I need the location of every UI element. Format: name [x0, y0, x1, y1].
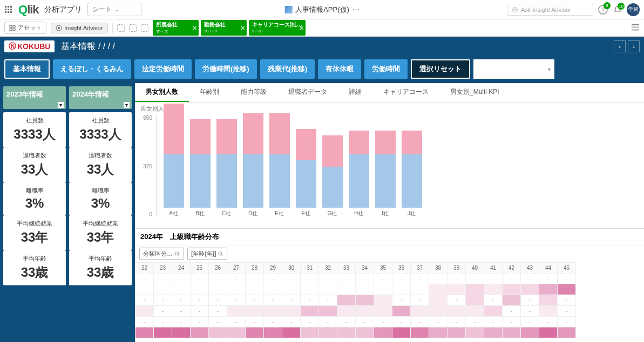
heatmap-cell[interactable] [172, 327, 191, 338]
selection-back-icon[interactable] [129, 24, 137, 32]
heatmap-cell[interactable]: - [264, 295, 282, 306]
selections-tool-icon[interactable] [631, 23, 640, 33]
heatmap-cell[interactable] [539, 295, 558, 306]
heatmap-cell[interactable]: - [319, 273, 337, 284]
heatmap-cell[interactable] [301, 327, 319, 338]
prev-sheet-button[interactable]: ‹ [614, 40, 626, 52]
heatmap-cell[interactable]: - [374, 273, 392, 284]
heatmap-cell[interactable] [539, 284, 558, 295]
close-icon[interactable]: ✕ [192, 24, 197, 31]
heatmap-cell[interactable]: - [191, 273, 209, 284]
heatmap-cell[interactable] [282, 327, 301, 338]
heatmap-cell[interactable]: - [521, 317, 539, 327]
filter-chip-category[interactable]: 分類区分… [139, 248, 184, 260]
heatmap-cell[interactable] [521, 284, 539, 295]
heatmap-cell[interactable] [337, 295, 356, 306]
heatmap-cell[interactable]: - [392, 317, 411, 327]
heatmap-cell[interactable]: - [319, 284, 337, 295]
heatmap-cell[interactable]: - [154, 295, 172, 306]
kpi-card[interactable]: 離職率3% [69, 182, 132, 215]
heatmap-cell[interactable]: - [227, 295, 246, 306]
tab-6[interactable]: 男女別_Multi KPI [439, 83, 510, 102]
heatmap-cell[interactable]: - [411, 317, 429, 327]
heatmap-cell[interactable]: - [227, 284, 246, 295]
nav-button-4[interactable]: 残業代(推移) [260, 59, 315, 79]
heatmap-cell[interactable]: - [172, 306, 191, 317]
heatmap-cell[interactable]: - [135, 273, 154, 284]
heatmap-cell[interactable]: - [154, 284, 172, 295]
heatmap-cell[interactable]: - [172, 273, 191, 284]
heatmap-cell[interactable]: - [503, 273, 521, 284]
heatmap-cell[interactable] [374, 327, 392, 338]
kpi-card[interactable]: 社員数3333人 [3, 112, 66, 147]
heatmap-cell[interactable]: - [191, 317, 209, 327]
bar-column[interactable]: C社 [214, 119, 239, 217]
heatmap-cell[interactable]: - [264, 317, 282, 327]
heatmap-cell[interactable]: - [337, 317, 356, 327]
heatmap-cell[interactable]: - [209, 295, 227, 306]
heatmap-cell[interactable]: - [356, 284, 374, 295]
kpi-card[interactable]: 平均年齢33歳 [3, 250, 66, 285]
heatmap-cell[interactable] [539, 306, 558, 317]
heatmap-cell[interactable]: - [539, 317, 558, 327]
asset-button[interactable]: アセット [4, 22, 46, 34]
heatmap-cell[interactable]: - [264, 284, 282, 295]
bell-icon[interactable] [613, 5, 622, 15]
heatmap-cell[interactable] [356, 295, 374, 306]
heatmap-cell[interactable]: - [558, 306, 576, 317]
heatmap-cell[interactable]: - [282, 317, 301, 327]
heatmap-cell[interactable] [503, 295, 521, 306]
heatmap-cell[interactable]: - [337, 284, 356, 295]
heatmap-cell[interactable] [503, 327, 521, 338]
heatmap-cell[interactable] [135, 327, 154, 338]
bar-column[interactable]: H社 [347, 131, 371, 217]
heatmap-cell[interactable] [521, 327, 539, 338]
bar-column[interactable]: I社 [373, 131, 397, 217]
heatmap-cell[interactable]: - [558, 317, 576, 327]
bookmark-icon[interactable] [117, 24, 125, 32]
heatmap-cell[interactable]: - [135, 295, 154, 306]
year-card[interactable]: 2024年情報▾ [69, 86, 132, 109]
heatmap-cell[interactable]: - [411, 273, 429, 284]
heatmap-cell[interactable] [319, 327, 337, 338]
filter-chip-age[interactable]: [年齢{年}] [187, 248, 227, 260]
dropdown-icon[interactable]: ▾ [124, 102, 130, 108]
heatmap-cell[interactable]: - [246, 317, 264, 327]
heatmap-cell[interactable]: - [227, 273, 246, 284]
heatmap-cell[interactable] [282, 306, 301, 317]
age-heatmap[interactable]: 2223242526272829303132333435363738394041… [135, 262, 576, 338]
heatmap-cell[interactable]: - [374, 284, 392, 295]
heatmap-cell[interactable] [448, 306, 466, 317]
bar-chart[interactable]: 6503250 A社B社C社D社E社F社G社H社I社J社 [135, 115, 644, 228]
app-more-icon[interactable]: ⋯ [352, 5, 360, 13]
bar-column[interactable]: B社 [188, 119, 212, 217]
heatmap-cell[interactable] [466, 295, 484, 306]
heatmap-cell[interactable]: - [484, 273, 503, 284]
heatmap-cell[interactable] [337, 327, 356, 338]
heatmap-cell[interactable] [301, 306, 319, 317]
filter-pill[interactable]: 勤務会社10 / 28✕ [201, 20, 247, 36]
bar-column[interactable]: J社 [399, 131, 424, 217]
heatmap-cell[interactable] [392, 327, 411, 338]
tab-0[interactable]: 男女別人数 [135, 83, 189, 102]
heatmap-cell[interactable] [246, 327, 264, 338]
heatmap-cell[interactable] [411, 327, 429, 338]
heatmap-cell[interactable]: - [209, 317, 227, 327]
sheet-selector[interactable]: シート ⌄ [87, 3, 141, 16]
avatar[interactable]: 学習 [627, 3, 640, 16]
kpi-card[interactable]: 社員数3333人 [69, 112, 132, 147]
heatmap-cell[interactable]: - [264, 273, 282, 284]
filter-pill[interactable]: 所属会社すべて✕ [153, 20, 199, 36]
next-sheet-button[interactable]: › [628, 40, 640, 52]
heatmap-cell[interactable] [484, 306, 503, 317]
heatmap-cell[interactable]: - [356, 317, 374, 327]
heatmap-cell[interactable] [411, 306, 429, 317]
heatmap-cell[interactable]: - [135, 284, 154, 295]
heatmap-cell[interactable]: - [209, 284, 227, 295]
heatmap-cell[interactable]: - [411, 295, 429, 306]
heatmap-cell[interactable]: - [209, 306, 227, 317]
heatmap-cell[interactable]: - [448, 273, 466, 284]
heatmap-cell[interactable]: - [392, 284, 411, 295]
heatmap-cell[interactable]: - [558, 273, 576, 284]
heatmap-cell[interactable] [429, 284, 448, 295]
